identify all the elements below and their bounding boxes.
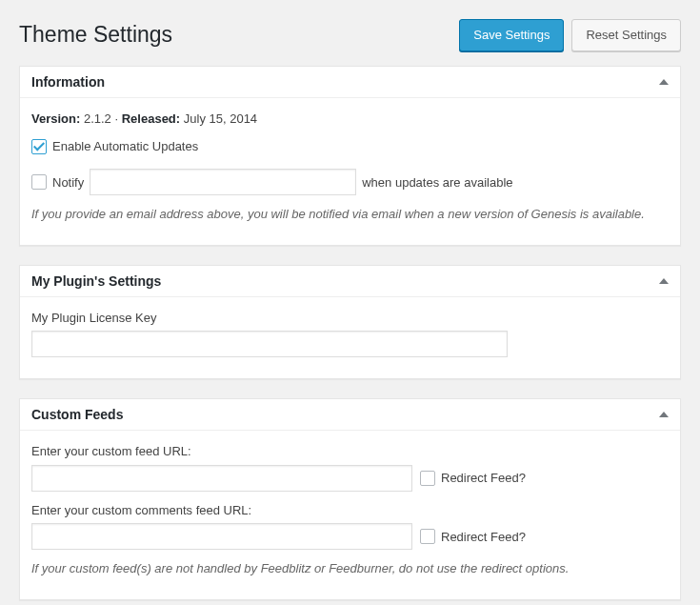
collapse-icon[interactable] (659, 412, 669, 417)
auto-updates-text: Enable Automatic Updates (52, 137, 198, 156)
notify-suffix: when updates are available (362, 173, 512, 192)
feed-url-input[interactable] (31, 465, 412, 492)
redirect-comments-feed-text: Redirect Feed? (441, 528, 526, 547)
custom-feeds-description: If your custom feed(s) are not handled b… (31, 559, 669, 578)
information-title: Information (31, 74, 105, 90)
auto-updates-label[interactable]: Enable Automatic Updates (31, 137, 198, 156)
collapse-icon[interactable] (659, 278, 669, 284)
redirect-feed-checkbox[interactable] (420, 471, 435, 486)
auto-updates-checkbox[interactable] (31, 139, 47, 154)
feed-url-label: Enter your custom feed URL: (31, 444, 191, 458)
version-label: Version: (31, 111, 80, 126)
released-value: July 15, 2014 (184, 111, 257, 126)
notify-text: Notify (52, 173, 84, 192)
comments-feed-url-label: Enter your custom comments feed URL: (31, 503, 251, 517)
page-title: Theme Settings (19, 21, 172, 50)
my-plugin-title: My Plugin's Settings (31, 273, 161, 289)
custom-feeds-box: Custom Feeds Enter your custom feed URL:… (19, 398, 681, 600)
redirect-comments-feed-checkbox[interactable] (420, 529, 435, 544)
reset-settings-button[interactable]: Reset Settings (571, 19, 681, 51)
redirect-feed-text: Redirect Feed? (441, 469, 526, 488)
header-buttons: Save Settings Reset Settings (459, 19, 681, 51)
information-header[interactable]: Information (20, 67, 680, 98)
information-box: Information Version: 2.1.2 · Released: J… (19, 66, 681, 246)
separator: · (114, 111, 118, 126)
my-plugin-box: My Plugin's Settings My Plugin License K… (19, 265, 681, 380)
collapse-icon[interactable] (659, 79, 669, 85)
released-label: Released: (122, 111, 180, 126)
notify-label[interactable]: Notify (31, 173, 84, 192)
notify-description: If you provide an email address above, y… (31, 205, 669, 224)
save-settings-button[interactable]: Save Settings (459, 19, 564, 51)
redirect-feed-label[interactable]: Redirect Feed? (420, 469, 526, 488)
notify-email-input[interactable] (90, 169, 356, 195)
notify-checkbox[interactable] (31, 174, 47, 190)
license-key-input[interactable] (31, 331, 508, 357)
version-value: 2.1.2 (84, 111, 111, 126)
version-info: Version: 2.1.2 · Released: July 15, 2014 (31, 110, 669, 129)
license-key-label: My Plugin License Key (31, 311, 157, 325)
my-plugin-header[interactable]: My Plugin's Settings (20, 266, 680, 297)
comments-feed-url-input[interactable] (31, 523, 412, 550)
redirect-comments-feed-label[interactable]: Redirect Feed? (420, 528, 526, 547)
custom-feeds-header[interactable]: Custom Feeds (20, 399, 680, 431)
custom-feeds-title: Custom Feeds (31, 407, 123, 422)
